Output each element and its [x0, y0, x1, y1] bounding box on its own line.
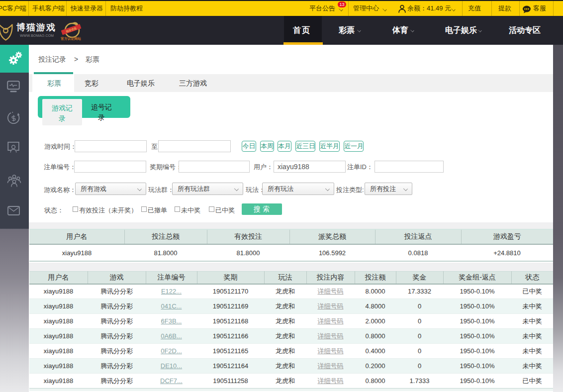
svg-text:官方认证网站: 官方认证网站 — [61, 37, 81, 41]
